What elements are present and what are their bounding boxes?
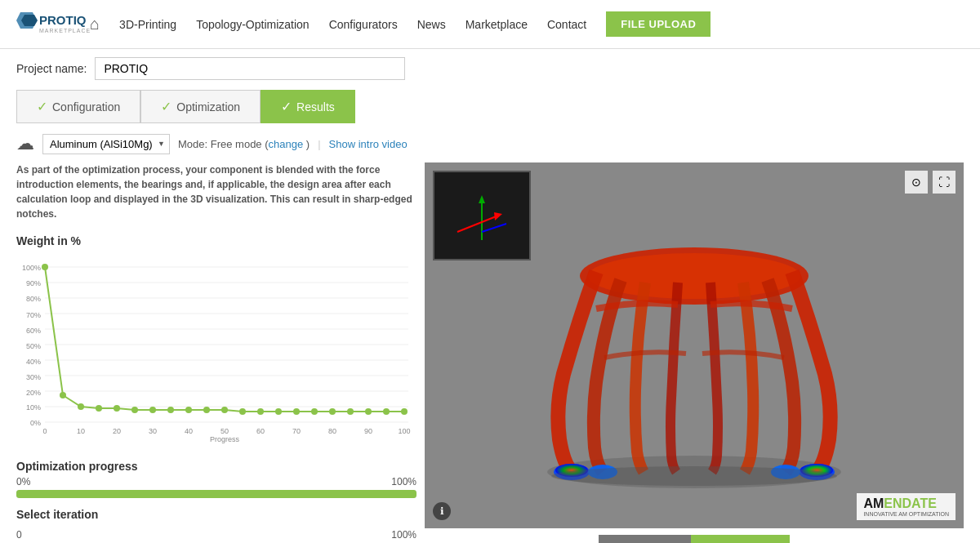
svg-text:80: 80 (328, 427, 336, 435)
show-intro-video-link[interactable]: Show intro video (329, 138, 408, 150)
normal-view-button[interactable]: Normal view (599, 535, 692, 543)
progress-labels: 0% 100% (16, 476, 416, 487)
file-upload-button[interactable]: FILE UPLOAD (606, 11, 710, 37)
svg-text:Progress: Progress (210, 435, 240, 443)
weight-chart: 100% 90% 80% 70% 60% 50% 40% 30% 20% 10%… (16, 252, 416, 448)
check-configuration: ✓ (37, 99, 47, 114)
svg-point-56 (365, 408, 372, 415)
svg-point-47 (203, 407, 210, 413)
svg-text:100%: 100% (22, 264, 41, 272)
tab-results[interactable]: ✓ Results (261, 90, 355, 123)
chart-title: Weight in % (16, 234, 416, 247)
model-area (425, 162, 964, 528)
svg-point-42 (114, 405, 120, 412)
left-panel: ☁ Aluminum (AlSi10Mg) Mode: Free mode (c… (16, 133, 416, 543)
project-name-input[interactable] (95, 57, 405, 80)
svg-text:30: 30 (149, 427, 157, 435)
nav-link-contact[interactable]: Contact (547, 18, 586, 31)
progress-max-label: 100% (391, 476, 416, 487)
mode-text: Mode: Free mode (change ) (178, 138, 310, 150)
svg-point-46 (185, 407, 192, 413)
svg-text:20%: 20% (26, 389, 41, 397)
3d-toggle-button[interactable]: ⊙ (905, 171, 928, 194)
nav-link-marketplace[interactable]: Marketplace (466, 18, 528, 31)
tab-results-label: Results (296, 100, 335, 113)
svg-text:10%: 10% (26, 403, 41, 412)
svg-point-44 (149, 407, 156, 413)
svg-point-53 (311, 408, 318, 415)
svg-point-54 (329, 408, 336, 415)
svg-point-57 (383, 408, 390, 415)
iteration-title: Select iteration (16, 508, 416, 521)
svg-point-41 (96, 405, 102, 412)
fullscreen-button[interactable]: ⛶ (933, 171, 956, 194)
optimization-description: As part of the optimization process, you… (16, 162, 416, 221)
change-mode-link[interactable]: change (269, 138, 304, 150)
material-select[interactable]: Aluminum (AlSi10Mg) (42, 134, 170, 154)
svg-text:PROTIQ: PROTIQ (39, 13, 87, 27)
viewer-controls: ⊙ ⛶ (905, 171, 956, 194)
svg-text:10: 10 (77, 427, 85, 435)
right-panel: ⊙ ⛶ ℹ AMENDATE INNOVATIVE AM OPTIMIZATIO… (425, 133, 964, 543)
svg-text:50%: 50% (26, 342, 41, 350)
nav-link-configurators[interactable]: Configurators (329, 18, 398, 31)
svg-text:0%: 0% (30, 419, 41, 427)
project-name-row: Project name: (16, 57, 964, 80)
amendate-logo: AMENDATE INNOVATIVE AM OPTIMIZATION (857, 493, 956, 520)
progress-bar-bg (16, 490, 416, 498)
tab-optimization[interactable]: ✓ Optimization (140, 90, 261, 123)
progress-bar-fill (16, 490, 416, 498)
check-optimization: ✓ (161, 99, 172, 114)
svg-text:100: 100 (398, 427, 410, 435)
iteration-min-label: 0 (16, 529, 22, 541)
svg-text:80%: 80% (26, 295, 41, 303)
svg-point-51 (275, 408, 282, 415)
svg-text:40%: 40% (26, 358, 41, 366)
tabs-container: ✓ Configuration ✓ Optimization ✓ Results (16, 90, 964, 123)
displacement-button[interactable]: Displacement (691, 535, 790, 543)
svg-point-40 (78, 403, 84, 410)
svg-point-73 (551, 466, 837, 486)
nav-links: ⌂ 3D-Printing Topology-Optimization Conf… (90, 11, 710, 37)
svg-point-52 (293, 408, 300, 415)
svg-text:70: 70 (292, 427, 301, 435)
svg-text:70%: 70% (26, 311, 41, 319)
progress-min-label: 0% (16, 476, 30, 487)
svg-point-50 (257, 408, 264, 415)
nav-link-3dprinting[interactable]: 3D-Printing (119, 18, 176, 31)
svg-point-55 (347, 408, 354, 415)
chart-svg: 100% 90% 80% 70% 60% 50% 40% 30% 20% 10%… (16, 252, 416, 448)
amendate-text: AMENDATE (863, 496, 949, 511)
svg-point-58 (401, 408, 408, 415)
nav-link-topology[interactable]: Topology-Optimization (196, 18, 310, 31)
svg-point-45 (167, 407, 174, 413)
svg-point-38 (42, 264, 48, 270)
svg-point-49 (239, 408, 246, 415)
3d-model-svg (514, 194, 874, 496)
svg-text:90%: 90% (26, 279, 41, 287)
amendate-sub: INNOVATIVE AM OPTIMIZATION (863, 511, 949, 517)
nav-link-news[interactable]: News (417, 18, 446, 31)
material-select-wrapper: Aluminum (AlSi10Mg) (42, 134, 170, 154)
svg-text:60%: 60% (26, 327, 41, 335)
home-icon[interactable]: ⌂ (90, 15, 100, 33)
logo-svg: PROTIQ MARKETPLACE (16, 8, 90, 41)
optimization-progress-title: Optimization progress (16, 460, 416, 473)
svg-point-48 (221, 407, 228, 413)
logo: PROTIQ MARKETPLACE (16, 8, 90, 41)
material-bar: ☁ Aluminum (AlSi10Mg) Mode: Free mode (c… (16, 133, 416, 154)
tab-optimization-label: Optimization (176, 100, 240, 113)
3d-viewer: ⊙ ⛶ ℹ AMENDATE INNOVATIVE AM OPTIMIZATIO… (425, 162, 964, 528)
svg-text:30%: 30% (26, 373, 41, 381)
tab-configuration[interactable]: ✓ Configuration (16, 90, 140, 123)
main-layout: ☁ Aluminum (AlSi10Mg) Mode: Free mode (c… (16, 133, 964, 543)
iteration-labels: 0 100% (16, 529, 416, 541)
viewer-info-button[interactable]: ℹ (433, 502, 451, 520)
svg-text:20: 20 (113, 427, 121, 435)
svg-point-43 (131, 407, 138, 413)
svg-text:40: 40 (185, 427, 193, 435)
svg-point-39 (60, 392, 66, 398)
svg-marker-1 (21, 15, 38, 26)
iteration-max-label: 100% (391, 529, 416, 541)
svg-text:60: 60 (256, 427, 265, 435)
